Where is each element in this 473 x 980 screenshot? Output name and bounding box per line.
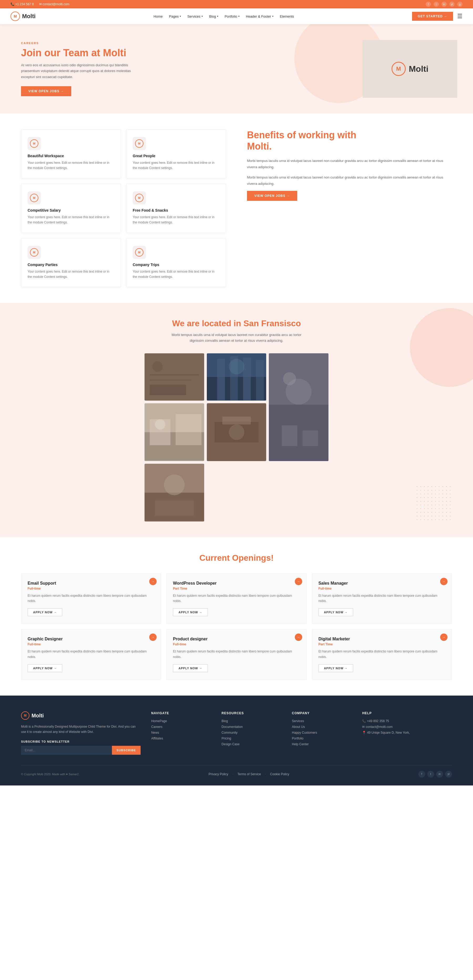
footer-facebook-icon[interactable]: f bbox=[418, 771, 425, 778]
footer-link-blog[interactable]: Blog bbox=[222, 719, 281, 723]
topbar-facebook-icon[interactable]: f bbox=[426, 2, 431, 7]
footer-link-pricing[interactable]: Pricing bbox=[222, 737, 281, 740]
nav-item-portfolio[interactable]: Portfolio ▾ bbox=[225, 14, 240, 18]
opening-arrow-icon[interactable]: → bbox=[295, 633, 302, 641]
opening-arrow-icon[interactable]: → bbox=[149, 578, 157, 585]
opening-desc-product-designer: Et harum quidem rerum facilis expedita d… bbox=[173, 649, 300, 660]
topbar-instagram-icon[interactable]: in bbox=[441, 2, 447, 7]
footer: M Molti Molti is a Professionally Design… bbox=[0, 695, 473, 786]
hero-cta-button[interactable]: VIEW OPEN JOBS → bbox=[21, 86, 71, 96]
hero-tag: CAREERS bbox=[21, 41, 352, 45]
benefit-icon-salary: M bbox=[28, 191, 41, 205]
hero-description: At vero eos et accusamus iusto odio dign… bbox=[21, 62, 132, 80]
footer-link-portfolio[interactable]: Portfolio bbox=[292, 737, 352, 740]
phone-icon: 📞 bbox=[362, 719, 367, 723]
opening-title-digital-marketer: Digital Marketer bbox=[319, 637, 445, 641]
footer-top: M Molti Molti is a Professionally Design… bbox=[21, 711, 452, 755]
hero-content: CAREERS Join our Team at Molti At vero e… bbox=[21, 41, 352, 96]
footer-help-col: HELP 📞 +49 892 358 75 ✉ contact@molti.co… bbox=[362, 711, 452, 755]
footer-link-careers[interactable]: Careers bbox=[151, 725, 211, 729]
footer-company-col: COMPANY Services About Us Happy Customer… bbox=[292, 711, 352, 755]
apply-button-sales-manager[interactable]: APPLY NOW → bbox=[319, 608, 353, 616]
hamburger-icon[interactable]: ☰ bbox=[457, 13, 462, 20]
hero-title-normal: Join our Team at bbox=[21, 47, 100, 58]
apply-button-digital-marketer[interactable]: APPLY NOW → bbox=[319, 664, 353, 672]
location-photo-4 bbox=[144, 403, 204, 461]
nav-item-pages[interactable]: Pages ▾ bbox=[169, 14, 181, 18]
opening-arrow-icon[interactable]: → bbox=[440, 633, 448, 641]
apply-button-product-designer[interactable]: APPLY NOW → bbox=[173, 664, 208, 672]
footer-subscribe-button[interactable]: SUBSCRIBE bbox=[112, 746, 141, 755]
footer-link-about-us[interactable]: About Us bbox=[292, 725, 352, 729]
footer-privacy-policy-link[interactable]: Privacy Policy bbox=[209, 772, 229, 776]
footer-email-input[interactable] bbox=[21, 746, 112, 755]
topbar-google-icon[interactable]: g bbox=[457, 2, 462, 7]
svg-rect-10 bbox=[256, 360, 264, 400]
location-photo-6 bbox=[144, 464, 204, 522]
nav-logo[interactable]: M Molti bbox=[11, 11, 35, 21]
opening-type-graphic-designer: Full-time bbox=[28, 643, 154, 646]
get-started-button[interactable]: GET STARTED → bbox=[412, 12, 453, 21]
svg-rect-13 bbox=[269, 404, 329, 461]
benefits-cta-button[interactable]: VIEW OPEN JOBS → bbox=[247, 191, 297, 201]
opening-title-wp-developer: WordPress Developer bbox=[173, 581, 300, 586]
benefit-card-salary: M Competitive Salary Your content goes h… bbox=[21, 184, 121, 233]
opening-card-wp-developer: → WordPress Developer Part Time Et harum… bbox=[166, 573, 306, 624]
apply-button-email-support[interactable]: APPLY NOW → bbox=[28, 608, 62, 616]
benefit-desc-workspace: Your content goes here. Edit or remove t… bbox=[28, 160, 114, 171]
openings-title-normal: Current bbox=[200, 553, 232, 563]
footer-link-affiliates[interactable]: Affiliates bbox=[151, 737, 211, 740]
benefits-cards-grid: M Beautiful Workspace Your content goes … bbox=[21, 129, 226, 287]
footer-link-services[interactable]: Services bbox=[292, 719, 352, 723]
footer-help-title: HELP bbox=[362, 711, 452, 715]
topbar-email: ✉ contact@molti.com bbox=[39, 2, 70, 6]
apply-button-wp-developer[interactable]: APPLY NOW → bbox=[173, 608, 208, 616]
footer-cookie-link[interactable]: Cookie Policy bbox=[270, 772, 289, 776]
footer-twitter-icon[interactable]: t bbox=[427, 771, 434, 778]
footer-link-happy-customers[interactable]: Happy Customers bbox=[292, 731, 352, 735]
footer-terms-link[interactable]: Terms of Service bbox=[238, 772, 261, 776]
location-icon: 📍 bbox=[362, 731, 367, 735]
opening-arrow-icon[interactable]: → bbox=[440, 578, 448, 585]
benefit-card-trips: M Company Trips Your content goes here. … bbox=[126, 238, 226, 287]
nav-item-services[interactable]: Services ▾ bbox=[187, 14, 203, 18]
openings-title-brand: Openings! bbox=[232, 553, 273, 563]
svg-rect-25 bbox=[222, 417, 251, 424]
nav-item-home[interactable]: Home bbox=[154, 14, 163, 18]
chevron-down-icon: ▾ bbox=[180, 15, 181, 18]
benefit-icon-parties: M bbox=[28, 246, 41, 259]
svg-point-22 bbox=[155, 419, 165, 429]
footer-instagram-icon[interactable]: in bbox=[436, 771, 443, 778]
footer-link-news[interactable]: News bbox=[151, 731, 211, 735]
footer-link-design-case[interactable]: Design Case bbox=[222, 742, 281, 746]
footer-bottom: © Copyright Molti 2020. Made with ♥ Sama… bbox=[21, 765, 452, 778]
topbar-youtube-icon[interactable]: yt bbox=[449, 2, 455, 7]
hero-brand-text: Molti bbox=[409, 64, 429, 74]
apply-button-graphic-designer[interactable]: APPLY NOW → bbox=[28, 664, 62, 672]
svg-rect-7 bbox=[217, 359, 225, 400]
opening-arrow-icon[interactable]: → bbox=[149, 633, 157, 641]
footer-link-homepage[interactable]: HomePage bbox=[151, 719, 211, 723]
svg-point-4 bbox=[152, 361, 163, 371]
footer-link-documentation[interactable]: Documentation bbox=[222, 725, 281, 729]
opening-type-sales-manager: Full-time bbox=[319, 587, 445, 590]
location-photo-2 bbox=[207, 353, 267, 401]
topbar-twitter-icon[interactable]: t bbox=[433, 2, 439, 7]
nav-item-blog[interactable]: Blog ▾ bbox=[209, 14, 218, 18]
hero-brand-display: M Molti bbox=[392, 62, 429, 76]
molti-icon: M bbox=[135, 194, 143, 202]
molti-icon: M bbox=[30, 139, 38, 148]
nav-item-elements[interactable]: Elements bbox=[280, 14, 294, 18]
footer-brand-description: Molti is a Professionally Designed Multi… bbox=[21, 724, 141, 735]
footer-link-community[interactable]: Community bbox=[222, 731, 281, 735]
location-photo-1 bbox=[144, 353, 204, 401]
footer-youtube-icon[interactable]: yt bbox=[445, 771, 452, 778]
opening-desc-sales-manager: Et harum quidem rerum facilis expedita d… bbox=[319, 593, 445, 604]
opening-type-email-support: Full-time bbox=[28, 587, 154, 590]
benefits-text-content: Benefits of working withMolti. Morbi tem… bbox=[236, 129, 452, 287]
nav-item-header-footer[interactable]: Header & Footer ▾ bbox=[246, 14, 273, 18]
opening-arrow-icon[interactable]: → bbox=[295, 578, 302, 585]
benefit-desc-parties: Your content goes here. Edit or remove t… bbox=[28, 269, 114, 280]
footer-link-help-center[interactable]: Help Center bbox=[292, 742, 352, 746]
chevron-down-icon: ▾ bbox=[217, 15, 218, 18]
